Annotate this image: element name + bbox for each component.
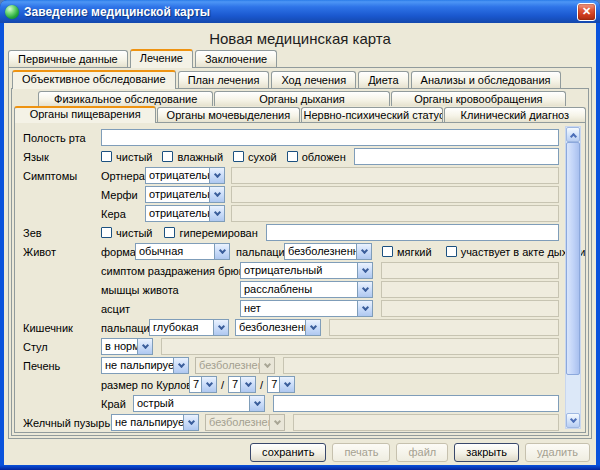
intestine-comment-input	[329, 319, 559, 336]
chevron-down-icon[interactable]	[213, 320, 228, 335]
tab-organy-krovoobrashcheniya[interactable]: Органы кровообращения	[391, 91, 566, 106]
chevron-down-icon	[259, 358, 274, 373]
mouth-input[interactable]	[101, 129, 559, 146]
tongue-moist-checkbox[interactable]: влажный	[162, 151, 223, 163]
close-icon[interactable]: ✕	[577, 3, 596, 21]
delete-button: удалить	[525, 443, 590, 462]
liver-comment-input	[283, 357, 559, 374]
tab-organy-mochevydeleniya[interactable]: Органы мочевыделения	[157, 107, 299, 122]
gallbladder-row: Желчный пузырь не пальпируется безболезн…	[23, 413, 559, 432]
abdomen-shape-select[interactable]: обычная	[135, 243, 230, 260]
kurlov-label: размер по Курлову	[101, 379, 185, 391]
tab-fizikalnoe-obsledovanie[interactable]: Физикальное обследование	[38, 91, 213, 106]
liver-edge-input[interactable]	[273, 395, 559, 412]
chevron-down-icon[interactable]	[356, 244, 371, 259]
close-button[interactable]: закрыть	[454, 443, 519, 462]
murphy-select[interactable]: отрицательный	[145, 186, 225, 203]
chevron-down-icon[interactable]	[183, 415, 198, 430]
abdomen-palpation-select[interactable]: безболезненная	[284, 243, 372, 260]
checkbox-icon	[162, 151, 173, 162]
kurlov-1-select[interactable]: 7	[189, 376, 217, 393]
intestine-palpation-label: пальпация	[101, 322, 145, 334]
chevron-down-icon[interactable]	[240, 377, 255, 392]
kehr-label: Кера	[101, 208, 141, 220]
stool-label: Стул	[23, 341, 101, 353]
tab-analizy[interactable]: Анализы и обследования	[411, 71, 561, 88]
symptom-murphy-row: Мерфи отрицательный	[23, 185, 559, 204]
chevron-down-icon[interactable]	[173, 358, 188, 373]
kurlov-separator: /	[260, 379, 263, 391]
kurlov-3-select[interactable]: 7	[267, 376, 295, 393]
abdomen-shape-label: форма	[101, 246, 131, 258]
peritoneal-label: симптом раздражения брюшины	[101, 265, 236, 277]
liver-palpation-select[interactable]: не пальпируется	[101, 357, 189, 374]
gallbladder-palpation-select[interactable]: не пальпируется	[111, 414, 199, 431]
vertical-scrollbar[interactable]	[565, 126, 581, 429]
kehr-select[interactable]: отрицательный	[145, 205, 225, 222]
chevron-down-icon[interactable]	[305, 320, 320, 335]
chevron-down-icon[interactable]	[357, 282, 372, 297]
save-button[interactable]: сохранить	[250, 443, 326, 462]
scroll-down-button[interactable]	[566, 413, 580, 428]
print-button: печать	[332, 443, 390, 462]
tongue-row: Язык чистый влажный сухой обложен	[23, 147, 559, 166]
tab-pervichnye-dannye[interactable]: Первичные данные	[8, 50, 128, 67]
chevron-down-icon[interactable]	[209, 168, 224, 183]
tongue-coated-checkbox[interactable]: обложен	[287, 151, 346, 163]
titlebar[interactable]: Заведение медицинской карты ✕	[0, 0, 600, 23]
peritoneal-select[interactable]: отрицательный	[240, 262, 373, 279]
tab-organy-dyhaniya[interactable]: Органы дыхания	[214, 91, 389, 106]
chevron-down-icon[interactable]	[201, 377, 216, 392]
abdomen-muscles-label: мышцы живота	[101, 284, 236, 296]
throat-hyperemic-checkbox[interactable]: гиперемирован	[164, 227, 257, 239]
chevron-down-icon	[269, 415, 284, 430]
tab-organy-pishchevareniya[interactable]: Органы пищеварения	[14, 106, 156, 123]
chevron-down-icon[interactable]	[209, 187, 224, 202]
tabs-level3-row2: Органы пищеварения Органы мочевыделения …	[14, 106, 586, 122]
symptoms-label: Симптомы	[23, 170, 101, 182]
chevron-down-icon[interactable]	[279, 377, 294, 392]
tongue-clean-checkbox[interactable]: чистый	[101, 151, 152, 163]
gallbladder-label: Желчный пузырь	[23, 417, 111, 429]
tabs-level3-row1: Физикальное обследование Органы дыхания …	[38, 91, 566, 106]
throat-row: Зев чистый гиперемирован	[23, 223, 559, 242]
window-title: Заведение медицинской карты	[24, 5, 577, 19]
tab-hod-lecheniya[interactable]: Ход лечения	[271, 71, 356, 88]
chevron-down-icon[interactable]	[209, 206, 224, 221]
abdomen-soft-checkbox[interactable]: мягкий	[382, 246, 432, 258]
ascites-select[interactable]: нет	[240, 300, 373, 317]
tab-zaklyuchenie[interactable]: Заключение	[195, 50, 277, 67]
abdomen-muscles-comment-input	[381, 281, 559, 298]
kurlov-2-select[interactable]: 7	[228, 376, 256, 393]
tab-dieta[interactable]: Диета	[358, 71, 408, 88]
chevron-down-icon[interactable]	[214, 244, 229, 259]
ascites-comment-input	[381, 300, 559, 317]
tab-klinicheskij-diagnoz[interactable]: Клинический диагноз	[444, 107, 586, 122]
tongue-dry-checkbox[interactable]: сухой	[233, 151, 277, 163]
tab-nervno-psihicheskij-status[interactable]: Нервно-психический статус	[301, 107, 443, 122]
scrollbar-thumb[interactable]	[566, 142, 580, 375]
stool-select[interactable]: в норме	[101, 338, 153, 355]
intestine-label: Кишечник	[23, 322, 101, 334]
liver-edge-select[interactable]: острый	[133, 395, 265, 412]
throat-input[interactable]	[266, 224, 559, 241]
scroll-up-button[interactable]	[566, 127, 580, 142]
intestine-pain-select[interactable]: безболезненная	[235, 319, 321, 336]
chevron-down-icon[interactable]	[357, 263, 372, 278]
stool-row: Стул в норме	[23, 337, 559, 356]
chevron-down-icon[interactable]	[137, 339, 152, 354]
ascites-row: асцит нет	[23, 299, 559, 318]
chevron-down-icon[interactable]	[357, 301, 372, 316]
tab-lechenie[interactable]: Лечение	[130, 49, 193, 68]
tab-obektivnoe-obsledovanie[interactable]: Объективное обследование	[12, 70, 176, 89]
app-icon	[5, 5, 19, 19]
ortner-select[interactable]: отрицательный	[145, 167, 225, 184]
intestine-depth-select[interactable]: глубокая	[149, 319, 229, 336]
abdomen-muscles-select[interactable]: расслаблены	[240, 281, 373, 298]
throat-clean-checkbox[interactable]: чистый	[101, 227, 152, 239]
tongue-input[interactable]	[354, 148, 559, 165]
tab-plan-lecheniya[interactable]: План лечения	[178, 71, 270, 88]
obsledovanie-panel: Физикальное обследование Органы дыхания …	[11, 88, 589, 436]
scrollbar-track[interactable]	[566, 142, 580, 413]
chevron-down-icon[interactable]	[249, 396, 264, 411]
